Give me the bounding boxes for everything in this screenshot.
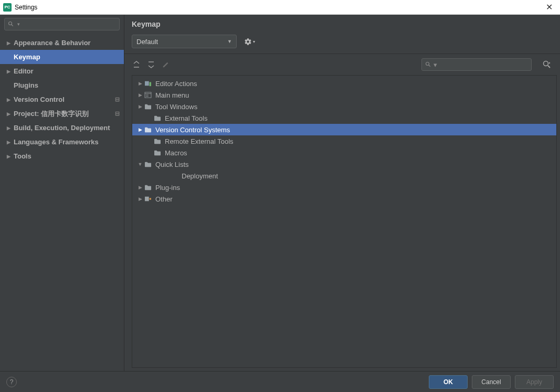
chevron-right-icon: ▶ — [5, 111, 12, 116]
sidebar-item-label: Languages & Frameworks — [14, 138, 124, 146]
chevron-down-icon: ▾ — [253, 39, 255, 44]
keymap-tree[interactable]: ▶Editor Actions▶Main menu▶Tool WindowsEx… — [132, 75, 557, 368]
svg-point-0 — [9, 22, 12, 25]
expand-all-button[interactable] — [132, 60, 141, 69]
folder-icon — [153, 149, 162, 157]
page-title: Keymap — [124, 15, 560, 31]
sidebar-item-label: Build, Execution, Deployment — [14, 124, 124, 132]
window-title: Settings — [15, 4, 542, 11]
sidebar-item-label: Project: 信用卡数字识别 — [14, 109, 113, 119]
keymap-select[interactable]: Default ▼ — [132, 35, 237, 48]
close-icon[interactable]: ✕ — [542, 2, 557, 12]
folder-icon — [144, 79, 152, 88]
search-icon — [543, 60, 551, 69]
edit-button[interactable] — [161, 60, 171, 69]
sidebar-item-label: Appearance & Behavior — [14, 39, 124, 47]
project-scope-icon: ⊟ — [113, 110, 121, 117]
sidebar-item-label: Editor — [14, 67, 124, 75]
tree-arrow-icon: ▶ — [136, 196, 144, 202]
svg-point-2 — [426, 62, 429, 66]
tree-row-label: Tool Windows — [155, 103, 197, 111]
tree-arrow-icon: ▶ — [136, 127, 144, 132]
svg-rect-12 — [145, 197, 149, 202]
help-button[interactable]: ? — [6, 377, 17, 387]
sidebar-item-version-control[interactable]: ▶Version Control⊟ — [0, 92, 124, 107]
chevron-right-icon: ▶ — [5, 69, 12, 74]
keymap-toolbar: ▾ — [124, 54, 560, 75]
svg-line-1 — [12, 25, 13, 26]
tree-row[interactable]: ▶Version Control Systems — [132, 124, 556, 135]
cancel-button[interactable]: Cancel — [472, 375, 511, 389]
search-icon — [8, 21, 14, 27]
folder-icon — [144, 102, 152, 111]
folder-icon — [153, 114, 162, 122]
tree-row[interactable]: External Tools — [132, 112, 556, 124]
tree-row-label: Other — [155, 195, 173, 203]
tree-row-label: Quick Lists — [155, 161, 189, 168]
tree-row[interactable]: ▼Quick Lists — [132, 158, 556, 170]
keymap-settings-button[interactable]: ▾ — [244, 38, 255, 46]
sidebar-item-label: Version Control — [14, 96, 113, 103]
find-by-shortcut-button[interactable] — [541, 59, 553, 70]
chevron-right-icon: ▶ — [5, 40, 12, 46]
tree-row[interactable]: ▶Plug-ins — [132, 182, 556, 193]
sidebar-search-input[interactable]: ▾ — [4, 18, 120, 30]
tree-row[interactable]: Remote External Tools — [132, 135, 556, 147]
tree-row[interactable]: ▶Main menu — [132, 89, 556, 101]
pencil-icon — [162, 61, 170, 68]
svg-point-4 — [544, 61, 548, 66]
sidebar-item-tools[interactable]: ▶Tools — [0, 149, 124, 163]
tree-row-label: Main menu — [155, 91, 189, 99]
search-icon — [425, 61, 431, 68]
svg-line-5 — [548, 66, 550, 68]
tree-row[interactable]: Macros — [132, 147, 556, 158]
sidebar-item-languages-frameworks[interactable]: ▶Languages & Frameworks — [0, 135, 124, 149]
chevron-down-icon: ▾ — [434, 61, 437, 69]
collapse-all-icon — [147, 60, 155, 69]
footer: ? OK Cancel Apply — [0, 371, 560, 392]
folder-icon — [144, 125, 152, 134]
tree-arrow-icon: ▶ — [136, 92, 144, 98]
sidebar: ▾ ▶Appearance & BehaviorKeymap▶EditorPlu… — [0, 15, 124, 371]
settings-nav: ▶Appearance & BehaviorKeymap▶EditorPlugi… — [0, 34, 124, 371]
folder-icon — [144, 160, 152, 168]
project-scope-icon: ⊟ — [113, 96, 121, 103]
folder-icon — [153, 137, 162, 145]
sidebar-item-label: Plugins — [14, 81, 124, 89]
settings-window: PC Settings ✕ ▾ ▶Appearance & BehaviorKe… — [0, 0, 560, 392]
tree-row[interactable]: Deployment — [132, 170, 556, 182]
tree-row-label: Editor Actions — [155, 80, 197, 88]
sidebar-item-appearance-behavior[interactable]: ▶Appearance & Behavior — [0, 36, 124, 50]
tree-row-label: Macros — [165, 149, 187, 157]
tree-arrow-icon: ▶ — [136, 104, 144, 109]
sidebar-item-build-execution-deployment[interactable]: ▶Build, Execution, Deployment — [0, 121, 124, 135]
chevron-right-icon: ▶ — [5, 97, 12, 102]
sidebar-item-plugins[interactable]: Plugins — [0, 78, 124, 92]
ok-button[interactable]: OK — [429, 375, 468, 389]
svg-rect-13 — [150, 198, 151, 199]
folder-icon — [144, 183, 152, 192]
body: ▾ ▶Appearance & BehaviorKeymap▶EditorPlu… — [0, 15, 560, 371]
main-panel: Keymap Default ▼ ▾ — [124, 15, 560, 371]
chevron-right-icon: ▶ — [5, 140, 12, 145]
tree-row[interactable]: ▶Editor Actions — [132, 78, 556, 89]
keymap-search-input[interactable]: ▾ — [421, 58, 532, 71]
sidebar-item-editor[interactable]: ▶Editor — [0, 64, 124, 78]
tree-row-label: Deployment — [182, 172, 218, 180]
tree-row[interactable]: ▶Tool Windows — [132, 101, 556, 112]
ok-label: OK — [443, 378, 453, 386]
sidebar-item-label: Keymap — [14, 53, 124, 61]
keymap-selector-row: Default ▼ ▾ — [124, 31, 560, 54]
collapse-all-button[interactable] — [146, 60, 156, 69]
sidebar-item-keymap[interactable]: Keymap — [0, 50, 124, 64]
keymap-select-value: Default — [136, 38, 158, 46]
tree-row-label: External Tools — [165, 114, 207, 122]
apply-button[interactable]: Apply — [515, 375, 554, 389]
sidebar-item-project-[interactable]: ▶Project: 信用卡数字识别⊟ — [0, 107, 124, 121]
apply-label: Apply — [526, 378, 542, 386]
chevron-down-icon: ▾ — [17, 22, 20, 27]
svg-rect-7 — [145, 81, 149, 86]
gear-icon — [244, 38, 252, 46]
tree-row[interactable]: ▶Other — [132, 193, 556, 205]
folder-icon — [144, 195, 152, 203]
